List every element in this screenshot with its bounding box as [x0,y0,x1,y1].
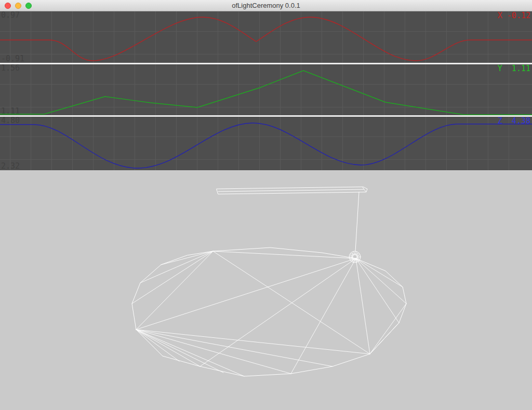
ellipsoid-mesh-edge [136,330,244,376]
monitor-panel-x: 0.97 -0.91 X -0.12 [0,11,532,63]
x-curve [0,11,532,63]
x-min-label: -0.91 [1,56,24,62]
z-value-readout: Z 4.38 [498,117,530,125]
ellipsoid-mesh-edge [291,258,356,374]
ellipsoid-mesh-edge [356,258,370,354]
app-window: ofLightCeremony 0.0.1 0.97 -0.91 X -0.12… [0,0,532,410]
ellipsoid-mesh-edge [370,304,406,354]
y-curve-path [0,71,532,115]
ellipsoid-mesh-edge [136,330,291,374]
pendulum-rod [355,192,359,251]
3d-viewport[interactable] [0,170,532,410]
window-title: ofLightCeremony 0.0.1 [0,2,532,9]
ellipsoid-mesh-edge [356,258,399,323]
monitor-panel-y: 1.56 1.11 Y 1.11 [0,64,532,115]
y-value-readout: Y 1.11 [498,65,530,72]
ellipsoid-mesh-edge [136,330,332,366]
z-max-label: 4.80 [1,117,20,124]
ellipsoid-mesh-edge [136,251,213,330]
x-curve-path [0,17,532,61]
monitor-panel-z: 4.80 2.32 Z 4.38 [0,117,532,170]
ellipsoid-mesh-edge [140,251,213,283]
x-max-label: 0.97 [1,12,20,19]
x-value-readout: X -0.12 [498,12,530,19]
ellipsoid-mesh-edge [213,251,370,354]
ellipsoid-mesh-edge [132,251,213,304]
lamp-bar-inner-edge [218,189,364,192]
y-curve [0,64,532,115]
ellipsoid-mesh-edge [356,258,403,287]
y-min-label: 1.11 [1,108,20,115]
z-min-label: 2.32 [1,163,20,170]
y-max-label: 1.56 [1,65,20,72]
ellipsoid-mesh-edge [136,330,370,354]
ellipsoid-mesh-edge [136,330,223,373]
ellipsoid-mesh-edge [370,323,399,354]
titlebar[interactable]: ofLightCeremony 0.0.1 [0,0,532,11]
ellipsoid-mesh-edge [356,258,406,304]
z-curve-path [0,123,532,168]
wireframe-svg [0,170,532,410]
ellipsoid-mesh-edge [136,258,356,330]
z-curve [0,117,532,170]
